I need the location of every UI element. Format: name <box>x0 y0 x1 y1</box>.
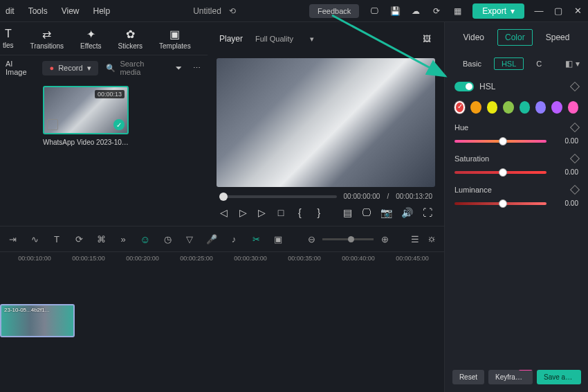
marker-icon[interactable]: ▽ <box>184 233 195 244</box>
zoom-slider[interactable] <box>322 238 374 240</box>
media-thumbnail[interactable]: 00:00:13 ✓ <box>43 86 129 134</box>
slider-thumb[interactable] <box>499 168 507 177</box>
scrubber[interactable] <box>219 195 337 198</box>
minimize-icon[interactable]: — <box>534 6 544 16</box>
keyframe-diamond-icon[interactable] <box>570 123 580 132</box>
keyframe-diamond-icon[interactable] <box>570 154 580 163</box>
export-button[interactable]: Export▾ <box>472 3 524 19</box>
templates-icon: ▣ <box>169 28 180 41</box>
hsl-toggle[interactable] <box>454 82 474 91</box>
fullscreen-icon[interactable]: ⛶ <box>423 207 432 218</box>
save-preset-button[interactable]: Save as cu... <box>537 370 581 384</box>
prev-frame-icon[interactable]: ◁ <box>219 207 228 218</box>
stop-icon[interactable]: □ <box>276 207 285 218</box>
swatch-teal[interactable] <box>520 101 530 114</box>
subtab-curves[interactable]: C <box>529 58 549 69</box>
refresh-icon[interactable]: ⟳ <box>431 6 442 17</box>
link-icon[interactable]: ⌘ <box>95 233 107 244</box>
keyframe-diamond-icon[interactable] <box>570 82 580 91</box>
scrubber-thumb[interactable] <box>219 193 228 201</box>
tab-color[interactable]: Color <box>497 29 533 46</box>
search-icon[interactable]: 🔍 <box>105 62 116 73</box>
save-icon[interactable]: 💾 <box>389 6 401 17</box>
swatch-red[interactable] <box>454 101 465 114</box>
slider-thumb[interactable] <box>499 199 507 208</box>
mode-templates[interactable]: ▣Templates <box>159 28 191 50</box>
face-icon[interactable]: ☺ <box>140 233 151 244</box>
record-button[interactable]: ●Record▾ <box>42 61 98 75</box>
hue-slider[interactable] <box>454 140 546 143</box>
mark-out-icon[interactable]: } <box>314 207 323 218</box>
menu-help[interactable]: Help <box>93 6 111 16</box>
subtab-basic[interactable]: Basic <box>456 58 488 69</box>
timeline-tracks[interactable]: 23-10-05...4b2f1... <box>0 271 444 389</box>
effects-icon: ✦ <box>86 28 95 41</box>
swatch-orange[interactable] <box>470 101 481 114</box>
snapshot-icon[interactable]: 🖼 <box>421 33 432 44</box>
zoom-in-icon[interactable]: ⊕ <box>379 233 390 244</box>
menu-tools[interactable]: Tools <box>28 6 48 16</box>
expand-icon[interactable]: » <box>118 233 129 244</box>
split-icon[interactable]: ✂ <box>250 233 261 244</box>
video-preview[interactable] <box>217 58 435 187</box>
compare-icon[interactable]: ◧ <box>565 59 573 69</box>
transitions-icon: ⇄ <box>42 28 51 41</box>
mode-titles[interactable]: Ttles <box>3 28 14 49</box>
maximize-icon[interactable]: ▢ <box>553 6 563 16</box>
capture-icon[interactable]: 📷 <box>381 207 392 218</box>
display-icon[interactable]: 🖵 <box>362 207 371 218</box>
text-tool-icon[interactable]: T <box>51 233 62 244</box>
keyframe-panel-button[interactable]: Keyframe P...BETA <box>488 370 533 384</box>
list-view-icon[interactable]: ☰ <box>410 233 421 244</box>
tab-speed[interactable]: Speed <box>539 30 577 45</box>
saturation-slider[interactable] <box>454 171 546 174</box>
trim-icon[interactable]: ⇥ <box>7 233 18 244</box>
slider-thumb[interactable] <box>499 137 507 145</box>
mode-transitions[interactable]: ⇄Transitions <box>30 28 64 50</box>
settings-icon[interactable]: ⛭ <box>426 233 437 244</box>
luminance-slider[interactable] <box>454 202 546 205</box>
timeline-clip[interactable]: 23-10-05...4b2f1... <box>0 304 75 337</box>
play-icon[interactable]: ▷ <box>238 207 247 218</box>
reset-button[interactable]: Reset <box>452 370 484 384</box>
slider-label-hue: Hue <box>454 123 468 132</box>
timeline-ruler[interactable]: 00:00:10:0000:00:15:0000:00:20:0000:00:2… <box>0 251 444 271</box>
speed-icon[interactable]: ◷ <box>162 233 173 244</box>
swatch-magenta[interactable] <box>568 101 578 114</box>
swatch-yellow[interactable] <box>487 101 497 114</box>
swatch-violet[interactable] <box>551 101 562 114</box>
audio-wave-icon[interactable]: ∿ <box>29 233 40 244</box>
subtab-hsl[interactable]: HSL <box>494 57 524 70</box>
menu-view[interactable]: View <box>62 6 80 16</box>
play-out-icon[interactable]: ▷ <box>257 207 266 218</box>
mic-icon[interactable]: 🎤 <box>206 233 217 244</box>
feedback-button[interactable]: Feedback <box>309 4 359 18</box>
chevron-down-icon[interactable]: ▾ <box>576 59 580 69</box>
mode-effects[interactable]: ✦Effects <box>80 28 101 50</box>
tab-video[interactable]: Video <box>457 30 491 45</box>
search-input[interactable]: Search media <box>120 60 166 76</box>
volume-icon[interactable]: 🔊 <box>402 207 413 218</box>
filter-icon[interactable]: ⏷ <box>173 62 184 73</box>
close-icon[interactable]: ✕ <box>573 6 582 16</box>
inspector-panel: Video Color Speed Basic HSL C ◧▾ HSL Hue… <box>444 22 588 392</box>
monitor-icon[interactable]: 🖵 <box>369 6 380 17</box>
menu-edit[interactable]: dit <box>6 6 15 16</box>
grid-icon[interactable]: ▦ <box>452 6 463 17</box>
swatch-green[interactable] <box>503 101 513 114</box>
crop-icon[interactable]: ▣ <box>273 233 284 244</box>
undo-icon[interactable]: ⟲ <box>227 6 238 17</box>
music-icon[interactable]: ♪ <box>228 233 239 244</box>
mode-stickers[interactable]: ✿Stickers <box>118 28 143 50</box>
player-label: Player <box>219 34 243 44</box>
mark-in-icon[interactable]: { <box>295 207 304 218</box>
ratio-icon[interactable]: ▤ <box>343 207 352 218</box>
keyframe-diamond-icon[interactable] <box>570 185 580 195</box>
more-icon[interactable]: ⋯ <box>191 62 202 73</box>
quality-select[interactable]: Full Quality▾ <box>255 35 314 44</box>
zoom-out-icon[interactable]: ⊖ <box>306 233 317 244</box>
ai-image-button[interactable]: AI Image <box>6 60 35 76</box>
rotate-icon[interactable]: ⟳ <box>73 233 84 244</box>
swatch-purple[interactable] <box>535 101 546 114</box>
cloud-icon[interactable]: ☁ <box>410 6 421 17</box>
